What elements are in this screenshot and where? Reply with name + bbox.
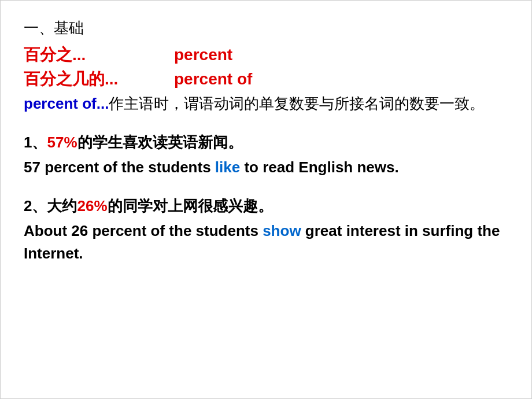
example-chinese-suffix-1: 的学生喜欢读英语新闻。 [77,134,243,151]
vocab-row-1: 百分之... percent [24,44,508,66]
grammar-note: percent of...作主语时，谓语动词的单复数要与所接名词的数要一致。 [24,93,508,115]
example-block-1: 1、57%的学生喜欢读英语新闻。 57 percent of the stude… [24,132,508,179]
example-percent-1: 57% [47,134,77,151]
grammar-note-prefix: percent of... [24,95,109,112]
page-container: 一、基础 百分之... percent 百分之几的... percent of … [0,0,532,399]
english-term-1: percent [174,46,232,64]
example-english-highlight-1: like [215,158,240,176]
section-title: 一、基础 [24,18,508,38]
example-chinese-suffix-2: 的同学对上网很感兴趣。 [108,197,273,215]
example-block-2: 2、大约26%的同学对上网很感兴趣。 About 26 percent of t… [24,196,508,265]
example-english-after-1: to read English news. [240,158,399,176]
example-chinese-prefix-2: 2、大约 [24,197,77,215]
chinese-term-2: 百分之几的... [24,68,139,90]
example-english-before-1: 57 percent of the students [24,158,215,176]
chinese-term-1: 百分之... [24,44,139,66]
example-percent-2: 26% [77,197,107,215]
example-chinese-2: 2、大约26%的同学对上网很感兴趣。 [24,196,508,216]
example-english-2: About 26 percent of the students show gr… [24,220,508,265]
example-chinese-prefix-1: 1、 [24,134,47,151]
example-english-highlight-2: show [263,222,301,239]
example-chinese-1: 1、57%的学生喜欢读英语新闻。 [24,132,508,153]
vocab-row-2: 百分之几的... percent of [24,68,508,90]
grammar-note-text: 作主语时，谓语动词的单复数要与所接名词的数要一致。 [109,95,485,112]
english-term-2: percent of [174,70,252,88]
example-english-before-2: About 26 percent of the students [24,222,263,239]
example-english-1: 57 percent of the students like to read … [24,156,508,179]
